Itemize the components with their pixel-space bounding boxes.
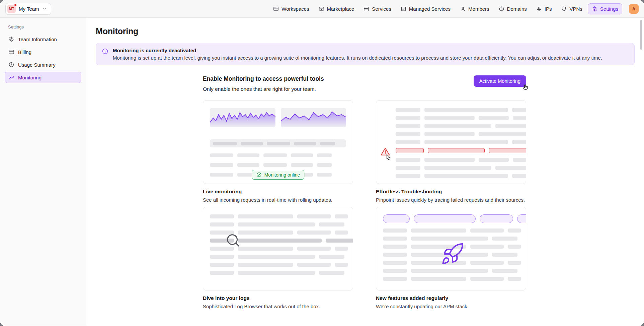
skeleton-bar [508, 229, 521, 233]
skeleton-row [383, 229, 519, 233]
skeleton-bar [383, 277, 407, 281]
info-icon [102, 48, 108, 55]
notification-dot [14, 4, 17, 6]
nav-item-services[interactable]: Services [359, 3, 395, 14]
skeleton-bar [319, 255, 344, 259]
sidebar-item-billing[interactable]: Billing [5, 46, 81, 58]
card-description: See all incoming requests in real-time w… [203, 197, 353, 203]
sidebar-item-label: Team Information [18, 37, 57, 42]
skeleton-bar [424, 166, 491, 170]
skeleton-bar [396, 148, 424, 153]
skeleton-bar [210, 222, 234, 226]
nav-label: Members [468, 6, 489, 12]
deactivated-banner: Monitoring is currently deactivated Moni… [96, 43, 635, 65]
scrollbar-thumb[interactable] [640, 20, 642, 50]
skeleton-bar [479, 158, 509, 162]
sidebar-item-monitoring[interactable]: Monitoring [5, 72, 81, 83]
skeleton-row [210, 222, 346, 226]
skeleton-row [383, 148, 519, 153]
nav-item-marketplace[interactable]: Marketplace [315, 3, 358, 14]
nav-label: Services [372, 6, 391, 12]
card-description: Pinpoint issues quickly by tracing faile… [376, 197, 526, 203]
skeleton-bar [210, 153, 233, 157]
skeleton-row [210, 153, 346, 157]
marketplace-icon [319, 6, 324, 12]
skeleton-bar [335, 247, 348, 251]
skeleton-bar [424, 108, 508, 112]
app-body: Settings Team Information Billing Usage … [0, 18, 644, 326]
skeleton-bar [470, 277, 504, 281]
skeleton-bar [267, 142, 290, 145]
skeleton-bar [517, 214, 526, 223]
skeleton-bar [319, 271, 344, 275]
skeleton-bar [424, 158, 475, 162]
nav-label: Domains [507, 6, 527, 12]
skeleton-bar [335, 214, 348, 218]
card-description: We're constantly updating our APM stack. [376, 304, 526, 309]
feature-cell-live-monitoring: Monitoring online Live monitoring See al… [203, 100, 353, 203]
skeleton-bar [210, 214, 234, 218]
nav-item-managed-services[interactable]: Managed Services [397, 3, 455, 14]
skeleton-bar [508, 245, 521, 249]
nav-label: Managed Services [409, 6, 451, 12]
skeleton-bar [508, 277, 521, 281]
skeleton-row [383, 277, 519, 281]
skeleton-bar [291, 163, 313, 167]
main-nav: Workspaces Marketplace Services Managed … [269, 3, 639, 14]
search-icon [225, 233, 241, 248]
skeleton-bar [319, 222, 344, 226]
skeleton-bar [326, 239, 353, 243]
topbar: MT My Team Workspaces Marketplace Servic… [0, 0, 644, 18]
page-title: Monitoring [96, 26, 635, 36]
credit-card-icon [8, 49, 14, 55]
nav-item-workspaces[interactable]: Workspaces [269, 3, 313, 14]
skeleton-bar [424, 140, 508, 144]
mini-charts [210, 108, 346, 127]
sidebar-item-label: Monitoring [18, 75, 42, 80]
user-avatar[interactable]: A [629, 4, 639, 14]
nav-item-domains[interactable]: Domains [495, 3, 531, 14]
skeleton-bar [492, 237, 517, 241]
main-content: Monitoring Monitoring is currently deact… [86, 18, 644, 326]
live-monitoring-card: Monitoring online [203, 100, 353, 184]
skeleton-bar [383, 261, 407, 265]
skeleton-bar [411, 229, 466, 233]
activate-monitoring-button[interactable]: Activate Monitoring [474, 75, 526, 87]
sidebar-item-team-information[interactable]: Team Information [5, 34, 81, 45]
nav-item-ips[interactable]: IPs [532, 3, 556, 14]
skeleton-bar [238, 255, 315, 259]
nav-item-members[interactable]: Members [456, 3, 493, 14]
skeleton-row [383, 174, 519, 178]
skeleton-row [383, 124, 519, 128]
skeleton-bar [383, 269, 407, 273]
nav-item-vpns[interactable]: VPNs [557, 3, 586, 14]
sidebar-item-usage-summary[interactable]: Usage Summary [5, 59, 81, 70]
sidebar-item-label: Usage Summary [18, 62, 56, 68]
rocket-icon [440, 242, 465, 266]
skeleton-bar [492, 253, 517, 257]
nav-label: Workspaces [281, 6, 309, 12]
skeleton-bar [489, 148, 526, 153]
skeleton-bar [396, 108, 420, 112]
skeleton-bar [210, 173, 233, 177]
skeleton-bar [513, 116, 526, 120]
enable-section: Enable Monitoring to access powerful too… [203, 75, 526, 309]
sidebar-section-label: Settings [8, 24, 78, 29]
troubleshooting-card [376, 100, 526, 184]
team-switcher[interactable]: MT My Team [5, 3, 51, 15]
feature-cards: Monitoring online Live monitoring See al… [203, 100, 526, 309]
skeleton-bar [210, 163, 233, 167]
skeleton-bar [411, 269, 488, 273]
skeleton-bar [238, 271, 315, 275]
skeleton-bar [238, 239, 322, 243]
skeleton-bar [263, 153, 287, 157]
card-description: Sophisticated Log Browser that works out… [203, 304, 353, 309]
nav-item-settings[interactable]: Settings [588, 3, 622, 14]
skeleton-bar [210, 255, 234, 259]
skeleton-bar [237, 163, 259, 167]
skeleton-row [210, 214, 346, 218]
sidebar-item-label: Billing [18, 49, 31, 55]
skeleton-bar [297, 214, 331, 218]
skeleton-bar [396, 140, 420, 144]
card-title: Effortless Troubleshooting [376, 189, 526, 195]
